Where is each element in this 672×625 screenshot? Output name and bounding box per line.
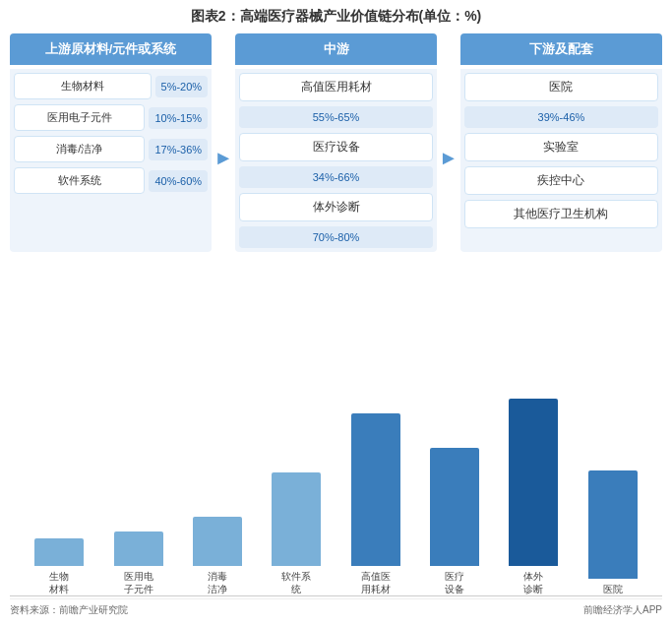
down-item-2: 实验室 [464, 133, 658, 161]
upstream-col: 上游原材料/元件或系统 生物材料 5%-20% 医用电子元件 10%-15% 消… [10, 33, 212, 252]
down-item-1: 医院 [464, 73, 658, 101]
bar-label-2: 消毒 洁净 [208, 570, 227, 595]
main-container: 图表2：高端医疗器械产业价值链分布(单位：%) 上游原材料/元件或系统 生物材料… [0, 0, 672, 625]
brand-label: 前瞻经济学人APP [583, 603, 662, 617]
mid-cat-1: 高值医用耗材 [239, 73, 433, 101]
bar-4 [351, 413, 400, 566]
mid-val-2: 34%-66% [239, 166, 433, 188]
upstream-val-2: 10%-15% [149, 107, 208, 129]
upstream-row-2: 医用电子元件 10%-15% [14, 104, 208, 131]
arrow-2: ► [437, 63, 460, 252]
down-val-1: 39%-46% [464, 106, 658, 128]
value-chain: 上游原材料/元件或系统 生物材料 5%-20% 医用电子元件 10%-15% 消… [10, 33, 662, 252]
midstream-header: 中游 [235, 33, 437, 65]
upstream-val-4: 40%-60% [149, 170, 208, 192]
upstream-name-3: 消毒/洁净 [14, 136, 145, 162]
source-label: 资料来源：前瞻产业研究院 [10, 603, 128, 617]
bar-group-5: 医疗 设备 [420, 448, 489, 595]
bar-group-4: 高值医 用耗材 [341, 413, 410, 595]
upstream-name-2: 医用电子元件 [14, 104, 145, 131]
bar-6 [509, 399, 558, 566]
footer: 资料来源：前瞻产业研究院 前瞻经济学人APP [10, 598, 662, 619]
bar-group-6: 体外 诊断 [499, 399, 568, 595]
bar-label-3: 软件系 统 [281, 570, 311, 595]
upstream-name-1: 生物材料 [14, 73, 152, 99]
bar-label-0: 生物 材料 [49, 570, 69, 595]
bar-group-2: 消毒 洁净 [183, 517, 252, 595]
upstream-row-1: 生物材料 5%-20% [14, 73, 208, 99]
bar-0 [34, 538, 84, 566]
bar-label-6: 体外 诊断 [523, 570, 543, 595]
downstream-header: 下游及配套 [460, 33, 662, 65]
bar-chart-section: 生物 材料医用电 子元件消毒 洁净软件系 统高值医 用耗材医疗 设备体外 诊断医… [10, 262, 662, 596]
upstream-header: 上游原材料/元件或系统 [10, 33, 212, 65]
mid-val-1: 55%-65% [239, 106, 433, 128]
midstream-col: 中游 高值医用耗材 55%-65% 医疗设备 34%-66% 体外诊断 70%-… [235, 33, 437, 252]
upstream-row-3: 消毒/洁净 17%-36% [14, 136, 208, 162]
mid-val-3: 70%-80% [239, 226, 433, 248]
upstream-name-4: 软件系统 [14, 167, 145, 194]
bar-5 [430, 448, 479, 566]
upstream-val-3: 17%-36% [149, 139, 208, 160]
bar-group-1: 医用电 子元件 [104, 531, 173, 595]
bar-1 [114, 531, 163, 566]
bar-group-7: 医院 [579, 470, 647, 595]
upstream-row-4: 软件系统 40%-60% [14, 167, 208, 194]
bar-label-5: 医疗 设备 [445, 570, 464, 595]
bar-group-0: 生物 材料 [25, 538, 93, 595]
upstream-val-1: 5%-20% [155, 76, 209, 97]
arrow-1: ► [212, 63, 235, 252]
mid-cat-3: 体外诊断 [239, 193, 433, 221]
bar-7 [588, 470, 638, 579]
bar-group-3: 软件系 统 [262, 472, 331, 595]
bar-2 [193, 517, 242, 566]
down-item-3: 疾控中心 [464, 166, 658, 195]
bar-label-7: 医院 [603, 583, 623, 595]
downstream-col: 下游及配套 医院 39%-46% 实验室 疾控中心 其他医疗卫生机构 [460, 33, 662, 252]
upstream-items: 生物材料 5%-20% 医用电子元件 10%-15% 消毒/洁净 17%-36%… [10, 69, 212, 252]
bar-label-4: 高值医 用耗材 [361, 570, 391, 595]
mid-cat-2: 医疗设备 [239, 133, 433, 161]
bar-3 [272, 472, 321, 566]
chart-title: 图表2：高端医疗器械产业价值链分布(单位：%) [10, 8, 662, 26]
mid-items: 高值医用耗材 55%-65% 医疗设备 34%-66% 体外诊断 70%-80% [235, 69, 437, 252]
bar-label-1: 医用电 子元件 [124, 570, 153, 595]
bar-chart-area: 生物 材料医用电 子元件消毒 洁净软件系 统高值医 用耗材医疗 设备体外 诊断医… [10, 262, 662, 596]
down-item-4: 其他医疗卫生机构 [464, 200, 658, 228]
downstream-items: 医院 39%-46% 实验室 疾控中心 其他医疗卫生机构 [460, 69, 662, 252]
